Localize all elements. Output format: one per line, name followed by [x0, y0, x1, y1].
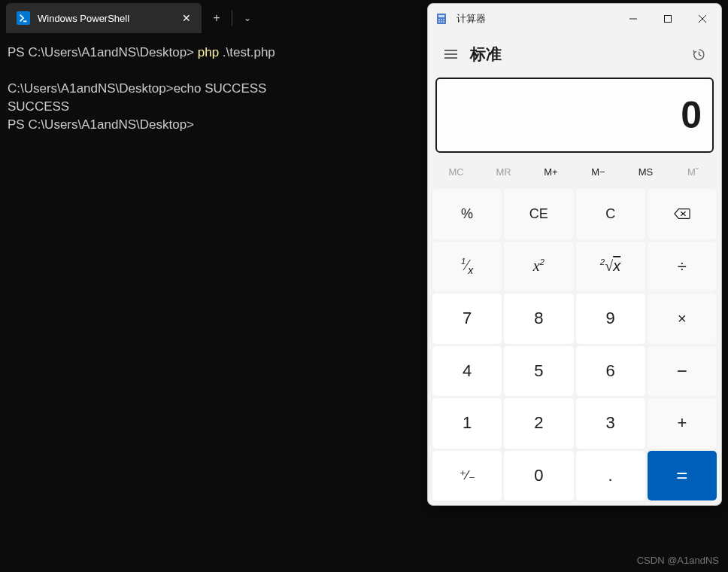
watermark: CSDN @A1andNS — [637, 555, 719, 566]
svg-point-5 — [443, 19, 444, 20]
key-9[interactable]: 9 — [576, 294, 645, 344]
calc-titlebar[interactable]: 计算器 — [428, 4, 721, 34]
mv-button[interactable]: Mˇ — [669, 157, 717, 186]
ms-button[interactable]: MS — [622, 157, 669, 186]
minimize-button[interactable] — [616, 7, 651, 31]
add-key[interactable]: + — [648, 398, 717, 449]
c-key[interactable]: C — [576, 189, 645, 239]
output-line: SUCCESS — [8, 99, 69, 114]
calc-keypad: % CE C 1∕x x2 2√x ÷ 7 8 9 × 4 5 6 − 1 2 … — [428, 186, 721, 505]
subtract-key[interactable]: − — [648, 346, 717, 397]
maximize-button[interactable] — [651, 7, 685, 31]
sqrt-key[interactable]: 2√x — [576, 242, 645, 292]
svg-point-6 — [438, 21, 440, 23]
powershell-icon — [17, 11, 30, 25]
tab-dropdown-icon[interactable]: ⌄ — [232, 13, 262, 23]
calc-display: 0 — [435, 78, 714, 153]
percent-key[interactable]: % — [432, 189, 502, 239]
hamburger-icon[interactable] — [435, 39, 466, 69]
svg-point-4 — [441, 19, 442, 20]
prompt-line: PS C:\Users\A1andNS\Desktop> — [8, 117, 198, 132]
svg-rect-10 — [665, 16, 672, 23]
tab-title: Windows PowerShell — [38, 13, 174, 24]
new-tab-button[interactable]: + — [202, 11, 232, 25]
key-5[interactable]: 5 — [504, 346, 573, 397]
calc-title: 计算器 — [457, 12, 486, 26]
key-0[interactable]: 0 — [504, 451, 573, 501]
reciprocal-key[interactable]: 1∕x — [432, 242, 502, 292]
plus-minus-key[interactable]: ⁺⁄₋ — [432, 451, 502, 501]
key-7[interactable]: 7 — [432, 294, 502, 344]
square-key[interactable]: x2 — [504, 242, 573, 292]
decimal-key[interactable]: . — [576, 451, 645, 501]
key-6[interactable]: 6 — [576, 346, 645, 397]
divide-key[interactable]: ÷ — [648, 242, 717, 292]
close-tab-icon[interactable]: ✕ — [182, 12, 191, 24]
mode-label: 标准 — [470, 44, 502, 65]
calc-header: 标准 — [428, 34, 721, 75]
svg-rect-2 — [438, 15, 444, 17]
key-4[interactable]: 4 — [432, 346, 502, 397]
ce-key[interactable]: CE — [504, 189, 573, 239]
prompt-line: PS C:\Users\A1andNS\Desktop> php .\test.… — [8, 45, 275, 59]
output-line: C:\Users\A1andNS\Desktop>echo SUCCESS — [8, 81, 266, 96]
multiply-key[interactable]: × — [648, 294, 717, 344]
backspace-key[interactable] — [648, 189, 717, 239]
key-8[interactable]: 8 — [504, 294, 573, 344]
mminus-button[interactable]: M− — [575, 157, 622, 186]
key-1[interactable]: 1 — [432, 398, 502, 449]
mr-button[interactable]: MR — [480, 157, 527, 186]
svg-point-8 — [443, 21, 444, 23]
close-button[interactable] — [685, 7, 720, 31]
history-icon[interactable] — [684, 39, 714, 69]
mplus-button[interactable]: M+ — [527, 157, 575, 186]
calculator-icon — [435, 13, 447, 25]
key-2[interactable]: 2 — [504, 398, 573, 449]
equals-key[interactable]: = — [648, 451, 717, 501]
svg-point-3 — [438, 19, 440, 20]
calculator-window: 计算器 标准 0 MC MR M+ M− MS Mˇ % CE C 1∕x x2… — [427, 3, 722, 506]
terminal-tab[interactable]: Windows PowerShell ✕ — [6, 3, 202, 33]
key-3[interactable]: 3 — [576, 398, 645, 449]
mc-button[interactable]: MC — [432, 157, 480, 186]
memory-row: MC MR M+ M− MS Mˇ — [428, 157, 721, 186]
svg-point-7 — [441, 21, 442, 23]
